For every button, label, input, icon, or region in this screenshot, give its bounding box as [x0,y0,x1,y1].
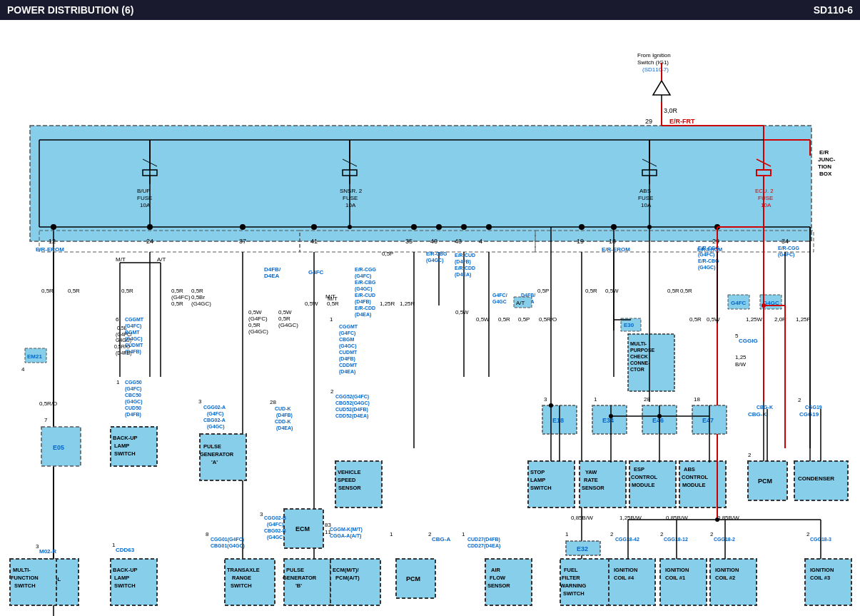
svg-text:4: 4 [21,366,25,373]
svg-text:VEHICLE: VEHICLE [338,469,361,475]
svg-text:(G4GC): (G4GC) [426,258,444,263]
svg-text:3: 3 [36,543,39,550]
svg-text:3: 3 [544,396,547,403]
svg-text:2: 2 [428,531,432,537]
svg-text:41: 41 [310,238,318,245]
svg-text:CUD-K: CUD-K [275,406,291,411]
svg-text:(G4GC): (G4GC) [278,322,298,328]
svg-text:M02-R: M02-R [39,548,56,555]
svg-text:E/R-CUD: E/R-CUD [355,293,375,298]
svg-text:E/R-CBG: E/R-CBG [355,280,376,285]
svg-text:10A: 10A [345,202,356,208]
svg-text:40: 40 [430,238,437,245]
svg-rect-338 [710,559,757,605]
svg-text:CGG01(G4FC): CGG01(G4FC) [211,537,244,542]
svg-text:0,5W: 0,5W [278,309,292,315]
svg-point-371 [609,414,613,418]
svg-text:CDD27(D4EA): CDD27(D4EA) [467,543,500,549]
svg-text:3: 3 [260,511,263,517]
svg-text:8: 8 [206,531,209,537]
svg-text:(G4FC): (G4FC) [698,252,714,258]
svg-text:BOX: BOX [819,171,832,177]
svg-point-383 [715,517,719,522]
svg-text:COIL #1: COIL #1 [665,575,685,581]
diagram-area: E/R JUNC- TION BOX From Ignition Switch … [0,20,860,616]
svg-text:SWITCH: SWITCH [14,582,36,589]
svg-text:FUNCTION: FUNCTION [11,575,39,581]
svg-text:JUNC-: JUNC- [818,156,836,163]
svg-text:LAMP: LAMP [114,575,129,581]
svg-point-387 [549,403,553,408]
svg-text:(G4GC): (G4GC) [339,343,357,349]
svg-text:19: 19 [577,238,584,245]
svg-point-62 [486,224,492,230]
svg-text:E/R-FRT: E/R-FRT [669,118,695,125]
svg-text:CGG50: CGG50 [125,380,142,385]
svg-text:0,5R: 0,5R [68,288,80,294]
svg-text:0,5R/O: 0,5R/O [39,400,57,407]
svg-text:7: 7 [44,417,48,423]
svg-text:COIL #2: COIL #2 [715,575,735,581]
svg-text:E18: E18 [552,417,564,424]
svg-text:PCM: PCM [406,575,420,582]
svg-text:CGG02-B: CGG02-B [264,515,286,520]
svg-text:2: 2 [748,452,752,458]
svg-text:IGNITION: IGNITION [715,567,739,573]
svg-text:IGNITION: IGNITION [810,567,834,573]
svg-text:G4GC): G4GC) [116,338,131,343]
svg-text:CBC50: CBC50 [125,393,141,398]
svg-text:0,5L: 0,5L [117,325,127,330]
svg-text:FUSE: FUSE [638,195,653,201]
header-code: SD110-6 [814,4,853,16]
svg-text:0,5W: 0,5W [605,288,619,294]
svg-text:CONNE-: CONNE- [630,360,650,365]
svg-rect-335 [660,559,707,605]
svg-text:CGG18-12: CGG18-12 [664,537,688,542]
svg-text:(G4GC): (G4GC) [267,535,285,540]
svg-text:MODULE: MODULE [682,482,706,488]
svg-text:Switch (IG1): Switch (IG1) [637,59,669,66]
svg-text:MULTI-: MULTI- [630,341,647,346]
svg-point-63 [579,224,585,230]
svg-text:CGG18-2: CGG18-2 [714,537,735,542]
svg-point-402 [647,225,652,229]
svg-text:MULTI-: MULTI- [13,567,31,573]
svg-rect-332 [609,559,655,605]
svg-text:(D4FB): (D4FB) [455,259,471,265]
svg-text:BACK-UP: BACK-UP [113,435,138,441]
svg-text:13: 13 [609,238,616,245]
svg-text:0,5R: 0,5R [680,288,692,294]
svg-text:(D4EA): (D4EA) [455,272,471,278]
svg-text:ECU. 2: ECU. 2 [755,188,774,194]
svg-text:0,5W: 0,5W [476,316,490,323]
svg-text:(SD110-7): (SD110-7) [642,66,669,73]
svg-point-59 [411,224,417,230]
svg-text:1,25: 1,25 [735,354,747,360]
svg-text:(G4FC): (G4FC) [339,330,355,336]
svg-text:1: 1 [462,531,465,537]
svg-text:(G4FC/: (G4FC/ [116,332,132,338]
svg-text:CDD52(D4EA): CDD52(D4EA) [335,413,368,419]
svg-text:0,5R: 0,5R [585,288,597,294]
svg-text:ECM: ECM [295,525,310,532]
svg-text:E/R-CGG: E/R-CGG [778,246,800,251]
svg-text:RANGE: RANGE [232,575,251,581]
svg-text:CGG02-A: CGG02-A [203,405,226,410]
svg-text:35: 35 [405,238,413,245]
svg-text:E/R-EROM: E/R-EROM [697,247,722,252]
svg-text:PURPOSE: PURPOSE [630,348,655,353]
svg-text:12: 12 [49,238,56,245]
svg-text:CONTROL: CONTROL [682,474,708,480]
svg-text:SENSOR: SENSOR [338,485,361,491]
svg-text:3,0R: 3,0R [664,107,678,114]
svg-text:B/UP: B/UP [137,188,151,194]
svg-text:SWITCH: SWITCH [114,582,136,589]
svg-text:M/T: M/T [116,256,126,263]
svg-text:SWITCH: SWITCH [231,582,252,589]
svg-text:COIL #3: COIL #3 [810,575,830,581]
svg-text:29: 29 [712,238,719,245]
svg-text:0,5W: 0,5W [707,316,720,323]
svg-text:0,5R: 0,5R [498,316,510,323]
svg-text:(D4FB): (D4FB) [116,350,132,356]
svg-marker-8 [653,81,670,95]
